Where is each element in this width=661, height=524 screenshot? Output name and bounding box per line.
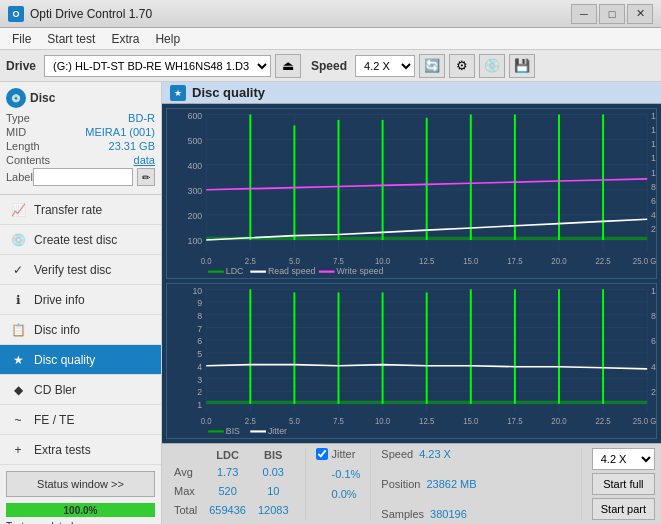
close-button[interactable]: ✕ [627,4,653,24]
menu-start-test[interactable]: Start test [39,30,103,48]
menu-file[interactable]: File [4,30,39,48]
ldc-total: 659436 [203,501,252,520]
sidebar-item-extra-tests[interactable]: + Extra tests [0,435,161,465]
maximize-button[interactable]: □ [599,4,625,24]
drive-select[interactable]: (G:) HL-DT-ST BD-RE WH16NS48 1.D3 [44,55,271,77]
svg-text:2.5: 2.5 [245,256,256,267]
start-full-button[interactable]: Start full [592,473,655,495]
position-value: 23862 MB [426,478,476,490]
settings-button[interactable]: ⚙ [449,54,475,78]
sidebar-item-transfer-rate[interactable]: 📈 Transfer rate [0,195,161,225]
verify-test-disc-icon: ✓ [10,262,26,278]
sidebar-item-fe-te[interactable]: ~ FE / TE [0,405,161,435]
sidebar-item-disc-info[interactable]: 📋 Disc info [0,315,161,345]
disc-info-label: Disc info [34,323,80,337]
refresh-button[interactable]: 🔄 [419,54,445,78]
svg-text:5: 5 [197,349,202,359]
eject-button[interactable]: ⏏ [275,54,301,78]
status-window-button[interactable]: Status window >> [6,471,155,497]
sidebar-item-create-test-disc[interactable]: 💿 Create test disc [0,225,161,255]
sidebar: 💿 Disc Type BD-R MID MEIRA1 (001) Length… [0,82,162,524]
svg-text:5.0: 5.0 [289,417,300,426]
titlebar: O Opti Drive Control 1.70 ─ □ ✕ [0,0,661,28]
minimize-button[interactable]: ─ [571,4,597,24]
svg-text:20.0: 20.0 [551,256,567,267]
chart1-container: 600 500 400 300 200 100 18X 16X 14X 12X … [166,108,657,279]
svg-text:0.0: 0.0 [201,417,212,426]
content-header: ★ Disc quality [162,82,661,104]
svg-text:100: 100 [188,236,203,247]
fe-te-icon: ~ [10,412,26,428]
svg-rect-0 [167,109,656,278]
disc-button[interactable]: 💿 [479,54,505,78]
svg-rect-60 [167,284,656,438]
samples-value: 380196 [430,508,467,520]
svg-text:2: 2 [197,387,202,397]
progress-bar-container: 100.0% [6,503,155,517]
svg-text:7.5: 7.5 [333,417,344,426]
drive-toolbar: Drive (G:) HL-DT-ST BD-RE WH16NS48 1.D3 … [0,50,661,82]
svg-text:12.5: 12.5 [419,417,435,426]
svg-text:2X: 2X [651,224,656,235]
svg-rect-56 [250,271,266,273]
svg-text:25.0 GB: 25.0 GB [633,256,656,267]
svg-text:10.0: 10.0 [375,417,391,426]
speed-select-toolbar[interactable]: 4.2 X [355,55,415,77]
svg-text:17.5: 17.5 [507,417,523,426]
save-button[interactable]: 💾 [509,54,535,78]
app-title: Opti Drive Control 1.70 [30,7,152,21]
label-input[interactable] [33,168,133,186]
svg-text:300: 300 [188,186,203,197]
start-part-button[interactable]: Start part [592,498,655,520]
svg-text:600: 600 [188,110,203,121]
disc-length-value: 23.31 GB [109,140,155,152]
speed-label: Speed [311,59,347,73]
jitter-max-row: 0.0% [316,488,361,500]
disc-contents-value[interactable]: data [134,154,155,166]
cd-bler-label: CD Bler [34,383,76,397]
menu-help[interactable]: Help [147,30,188,48]
svg-text:BIS: BIS [226,425,240,435]
jitter-checkbox[interactable] [316,448,328,460]
action-section: 4.2 X Start full Start part [581,448,655,520]
disc-icon: 💿 [6,88,26,108]
label-edit-button[interactable]: ✏ [137,168,155,186]
svg-text:200: 200 [188,211,203,222]
ldc-max: 520 [203,481,252,500]
sidebar-item-verify-test-disc[interactable]: ✓ Verify test disc [0,255,161,285]
disc-mid-row: MID MEIRA1 (001) [6,126,155,138]
disc-mid-value: MEIRA1 (001) [85,126,155,138]
svg-text:9: 9 [197,298,202,308]
extra-tests-icon: + [10,442,26,458]
svg-text:18X: 18X [651,110,656,121]
svg-text:2%: 2% [651,387,656,397]
menubar: File Start test Extra Help [0,28,661,50]
verify-test-disc-label: Verify test disc [34,263,111,277]
svg-text:6: 6 [197,336,202,346]
main-area: 💿 Disc Type BD-R MID MEIRA1 (001) Length… [0,82,661,524]
content-header-icon: ★ [170,85,186,101]
create-test-disc-icon: 💿 [10,232,26,248]
content-header-title: Disc quality [192,85,265,100]
svg-text:7: 7 [197,324,202,334]
svg-text:10%: 10% [651,285,656,295]
disc-quality-label: Disc quality [34,353,95,367]
svg-text:14X: 14X [651,139,656,150]
disc-contents-row: Contents data [6,154,155,166]
svg-text:8%: 8% [651,311,656,321]
svg-text:Jitter: Jitter [268,425,287,435]
speed-label-stat: Speed [381,448,413,460]
menu-extra[interactable]: Extra [103,30,147,48]
speed-select-stats[interactable]: 4.2 X [592,448,655,470]
sidebar-item-cd-bler[interactable]: ◆ CD Bler [0,375,161,405]
disc-type-row: Type BD-R [6,112,155,124]
chart1-svg: 600 500 400 300 200 100 18X 16X 14X 12X … [167,109,656,278]
svg-text:20.0: 20.0 [551,417,567,426]
sidebar-item-drive-info[interactable]: ℹ Drive info [0,285,161,315]
svg-text:22.5: 22.5 [595,417,611,426]
total-label: Total [168,501,203,520]
jitter-avg-row: -0.1% [316,468,361,480]
bis-total: 12083 [252,501,295,520]
samples-label: Samples [381,508,424,520]
sidebar-item-disc-quality[interactable]: ★ Disc quality [0,345,161,375]
